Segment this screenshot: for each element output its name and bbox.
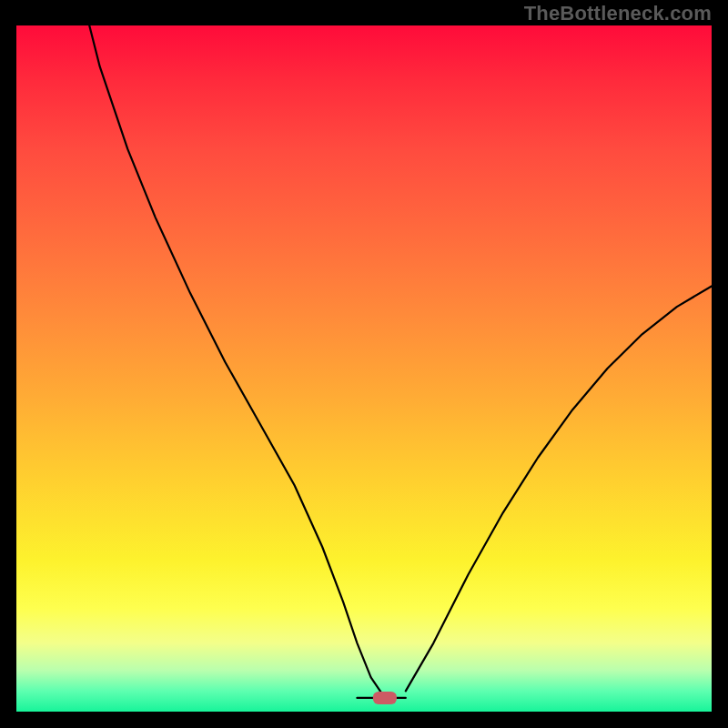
min-marker: [373, 692, 397, 704]
plot-area: [16, 25, 712, 712]
watermark-text: TheBottleneck.com: [524, 2, 712, 25]
curve-group: [72, 0, 712, 704]
chart-frame: TheBottleneck.com: [0, 0, 728, 728]
curve-right: [406, 287, 712, 692]
curve-left: [72, 0, 385, 698]
curve-svg: [16, 25, 712, 712]
